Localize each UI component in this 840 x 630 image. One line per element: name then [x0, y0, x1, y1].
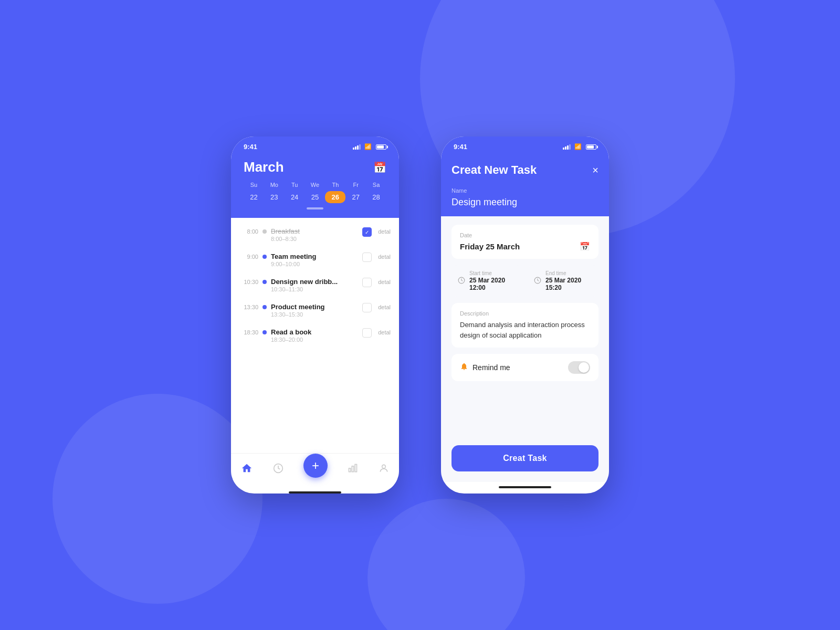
nav-chart-icon[interactable] [348, 463, 358, 474]
task-content-team: Team meeting 9:00–10:00 [271, 253, 358, 267]
nav-clock-icon[interactable] [273, 463, 284, 474]
task-dot-blue [262, 280, 267, 284]
day-mo: Mo [264, 182, 285, 188]
task-range-product: 13:30–15:30 [271, 311, 358, 318]
calendar-days-header: Su Mo Tu We Th Fr Sa [244, 182, 386, 188]
task-dot-blue [262, 255, 267, 259]
nav-add-button[interactable]: + [303, 454, 328, 478]
task-detail-book[interactable]: detal [378, 329, 391, 335]
task-name-product: Product meeting [271, 303, 358, 311]
wifi-icon: 📶 [364, 143, 372, 150]
status-time-1: 9:41 [244, 143, 257, 151]
task-detail-breakfast[interactable]: detal [378, 228, 391, 235]
svg-rect-1 [349, 468, 351, 472]
clock-icon-end [534, 277, 541, 286]
phone-new-task: 9:41 📶 Creat New Task × Name Design meet… [441, 136, 609, 494]
remind-toggle[interactable] [568, 361, 590, 374]
svg-rect-3 [355, 465, 357, 472]
status-icons-1: 📶 [353, 143, 386, 150]
start-time-label: Start time [469, 270, 516, 276]
end-time-card[interactable]: End time 25 Mar 2020 15:20 [528, 265, 598, 297]
task-range-book: 18:30–20:00 [271, 337, 358, 343]
close-button[interactable]: × [592, 164, 598, 176]
create-task-button[interactable]: Creat Task [452, 445, 598, 471]
task-content-product: Product meeting 13:30–15:30 [271, 303, 358, 318]
date-22[interactable]: 22 [244, 191, 264, 203]
task-item: 10:30 Densign new dribb... 10:30–11:30 d… [231, 272, 399, 298]
wifi-icon-2: 📶 [574, 143, 582, 150]
task-checkbox-design[interactable] [362, 278, 372, 287]
calendar-icon[interactable]: 📅 [373, 161, 386, 174]
svg-point-4 [382, 465, 385, 468]
task-item: 13:30 Product meeting 13:30–15:30 detal [231, 298, 399, 323]
date-28[interactable]: 28 [366, 191, 386, 203]
name-field-section: Name Design meeting [452, 183, 598, 216]
task-detail-design[interactable]: detal [378, 279, 391, 285]
description-value[interactable]: Demand analysis and interaction process … [460, 320, 590, 340]
battery-icon-2 [586, 144, 596, 150]
description-label: Description [460, 310, 590, 317]
calendar-month: March [244, 159, 284, 175]
task-name-design: Densign new dribb... [271, 278, 358, 286]
phone-calendar: 9:41 📶 March 📅 Su Mo Tu We [231, 136, 399, 494]
task-range-breakfast: 8:00–8:30 [271, 236, 358, 242]
day-we: We [305, 182, 326, 188]
name-field-label: Name [452, 187, 598, 194]
task-checkbox-book[interactable] [362, 328, 372, 338]
bell-icon [460, 362, 468, 373]
date-25[interactable]: 25 [305, 191, 326, 203]
status-bar-1: 9:41 📶 [231, 136, 399, 155]
task-time-900: 9:00 [239, 254, 258, 260]
signal-icon-2 [563, 144, 571, 150]
task-content-breakfast: Breakfast 8:00–8:30 [271, 227, 358, 242]
new-task-title: Creat New Task [452, 163, 537, 177]
day-th: Th [325, 182, 345, 188]
task-time-1330: 13:30 [239, 304, 258, 310]
date-27[interactable]: 27 [345, 191, 366, 203]
start-time-value: 25 Mar 2020 12:00 [469, 277, 516, 291]
task-detail-product[interactable]: detal [378, 304, 391, 310]
date-section: Date Friday 25 March 📅 [452, 225, 598, 259]
day-sa: Sa [366, 182, 386, 188]
end-time-value: 25 Mar 2020 15:20 [545, 277, 592, 291]
new-task-header: Creat New Task × Name Design meeting [441, 155, 609, 216]
scroll-indicator [244, 207, 386, 209]
task-name-breakfast: Breakfast [271, 227, 358, 235]
start-time-card[interactable]: Start time 25 Mar 2020 12:00 [452, 265, 522, 297]
date-23[interactable]: 23 [264, 191, 285, 203]
status-icons-2: 📶 [563, 143, 596, 150]
task-time-1830: 18:30 [239, 329, 258, 335]
remind-section: Remind me [452, 354, 598, 381]
create-btn-area: Creat Task [441, 439, 609, 482]
time-row: Start time 25 Mar 2020 12:00 End time 25… [452, 265, 598, 297]
task-dot-grey [262, 229, 267, 234]
task-item: 8:00 Breakfast 8:00–8:30 detal [231, 222, 399, 247]
task-content-book: Read a book 18:30–20:00 [271, 328, 358, 343]
task-range-design: 10:30–11:30 [271, 286, 358, 292]
date-26-active[interactable]: 26 [325, 191, 345, 203]
task-detail-team[interactable]: detal [378, 254, 391, 260]
date-field-value[interactable]: Friday 25 March [460, 242, 520, 251]
calendar-header: March 📅 Su Mo Tu We Th Fr Sa 22 23 24 25… [231, 155, 399, 218]
task-item: 18:30 Read a book 18:30–20:00 detal [231, 323, 399, 348]
nav-profile-icon[interactable] [379, 463, 389, 474]
clock-icon-start [458, 277, 465, 286]
battery-icon [376, 144, 386, 150]
form-body: Date Friday 25 March 📅 Start time [441, 216, 609, 439]
task-name-team: Team meeting [271, 253, 358, 260]
day-fr: Fr [345, 182, 366, 188]
name-field-value[interactable]: Design meeting [452, 197, 598, 208]
remind-label: Remind me [472, 363, 510, 372]
date-calendar-icon[interactable]: 📅 [580, 242, 590, 251]
signal-icon [353, 144, 361, 150]
task-checkbox-breakfast[interactable] [362, 227, 372, 237]
task-checkbox-product[interactable] [362, 303, 372, 312]
task-time-1030: 10:30 [239, 279, 258, 285]
home-bar-2 [499, 486, 551, 488]
date-24[interactable]: 24 [285, 191, 305, 203]
task-name-book: Read a book [271, 328, 358, 336]
task-checkbox-team[interactable] [362, 253, 372, 262]
nav-home-icon[interactable] [241, 463, 253, 474]
end-time-label: End time [545, 270, 592, 276]
bottom-nav: + [231, 453, 399, 488]
